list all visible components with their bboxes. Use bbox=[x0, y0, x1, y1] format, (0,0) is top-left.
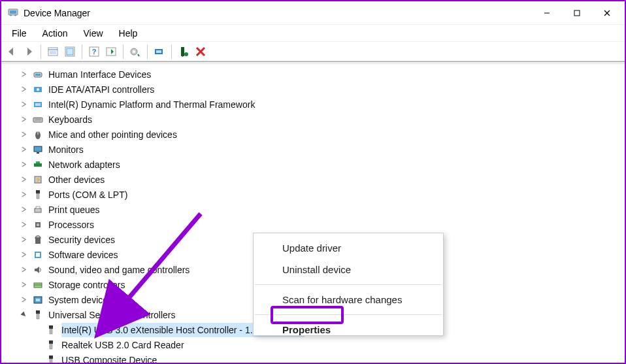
svg-rect-21 bbox=[182, 55, 183, 57]
svg-rect-54 bbox=[36, 299, 40, 301]
chevron-right-icon[interactable] bbox=[18, 190, 29, 200]
uninstall-button[interactable] bbox=[193, 44, 208, 59]
tree-item[interactable]: Intel(R) Dynamic Platform and Thermal Fr… bbox=[12, 97, 625, 112]
back-button[interactable] bbox=[4, 44, 20, 59]
tree-item[interactable]: Mice and other pointing devices bbox=[12, 127, 625, 142]
menu-action[interactable]: Action bbox=[36, 27, 74, 40]
tree-item-label: Keyboards bbox=[48, 112, 92, 127]
svg-rect-10 bbox=[50, 51, 56, 54]
menu-help[interactable]: Help bbox=[112, 27, 144, 40]
svg-point-1 bbox=[10, 14, 12, 16]
tree-item-label: Storage controllers bbox=[48, 278, 125, 292]
window-title: Device Manager bbox=[24, 8, 532, 18]
storage-icon bbox=[31, 278, 44, 291]
tree-item-label: Other devices bbox=[48, 173, 105, 187]
svg-rect-26 bbox=[35, 74, 41, 76]
action-button[interactable] bbox=[103, 44, 119, 59]
chevron-right-icon[interactable] bbox=[18, 159, 29, 170]
ctx-update-driver[interactable]: Update driver bbox=[254, 237, 443, 259]
tree-item-label: Universal Serial Bus controllers bbox=[48, 308, 176, 322]
mouse-icon bbox=[31, 128, 44, 141]
chevron-right-icon[interactable] bbox=[18, 220, 29, 230]
svg-rect-48 bbox=[35, 237, 41, 244]
tree-item[interactable]: ?Other devices bbox=[12, 172, 625, 187]
chevron-right-icon[interactable] bbox=[18, 205, 29, 215]
svg-rect-36 bbox=[34, 146, 42, 152]
tree-item[interactable]: Processors bbox=[12, 217, 625, 232]
scan-button[interactable] bbox=[152, 44, 167, 59]
svg-rect-19 bbox=[156, 50, 161, 53]
forward-button[interactable] bbox=[21, 44, 37, 59]
svg-rect-5 bbox=[574, 10, 580, 16]
update-driver-button[interactable] bbox=[127, 44, 143, 59]
network-icon bbox=[31, 158, 44, 171]
svg-rect-43 bbox=[37, 193, 39, 199]
toolbar-separator bbox=[123, 44, 124, 59]
chevron-right-icon[interactable] bbox=[18, 235, 29, 245]
add-legacy-button[interactable] bbox=[176, 44, 191, 59]
tree-item[interactable]: IDE ATA/ATAPI controllers bbox=[12, 82, 625, 97]
chevron-right-icon[interactable] bbox=[18, 250, 29, 260]
menu-file[interactable]: File bbox=[5, 27, 33, 40]
chevron-right-icon[interactable] bbox=[18, 99, 29, 110]
svg-text:?: ? bbox=[36, 177, 40, 184]
tree-item[interactable]: Network adapters bbox=[12, 157, 625, 172]
svg-point-17 bbox=[133, 50, 135, 53]
svg-rect-59 bbox=[49, 340, 53, 344]
svg-rect-56 bbox=[37, 314, 39, 319]
chevron-right-icon[interactable] bbox=[18, 129, 29, 140]
tree-item-label: Sound, video and game controllers bbox=[48, 263, 189, 277]
ctx-separator bbox=[255, 314, 442, 315]
toolbar-separator bbox=[82, 44, 82, 59]
menu-view[interactable]: View bbox=[76, 27, 109, 40]
svg-rect-58 bbox=[50, 329, 52, 334]
tree-item-label: Monitors bbox=[48, 142, 84, 157]
chevron-right-icon[interactable] bbox=[18, 144, 29, 155]
ctx-uninstall-device[interactable]: Uninstall device bbox=[254, 259, 443, 280]
tree-item[interactable]: Ports (COM & LPT) bbox=[12, 187, 625, 202]
toolbar-separator bbox=[41, 44, 41, 59]
ctx-scan-hardware[interactable]: Scan for hardware changes bbox=[254, 289, 443, 310]
ctx-separator bbox=[255, 284, 442, 285]
tree-item[interactable]: Monitors bbox=[12, 142, 625, 157]
chevron-right-icon[interactable] bbox=[18, 69, 29, 80]
help-button[interactable]: ? bbox=[86, 44, 102, 59]
tree-item-label: Ports (COM & LPT) bbox=[48, 188, 127, 202]
chevron-right-icon[interactable] bbox=[18, 84, 29, 95]
tree-item[interactable]: Human Interface Devices bbox=[12, 67, 625, 82]
show-hidden-button[interactable] bbox=[45, 44, 61, 59]
tree-item-label: Processors bbox=[48, 218, 94, 232]
svg-rect-30 bbox=[35, 103, 41, 106]
chevron-right-icon[interactable] bbox=[18, 265, 29, 275]
svg-rect-57 bbox=[49, 325, 53, 329]
chevron-right-icon[interactable] bbox=[18, 280, 29, 290]
tree-item[interactable]: Keyboards bbox=[12, 112, 625, 127]
tree-item[interactable]: Print queues bbox=[12, 202, 625, 217]
svg-rect-38 bbox=[34, 163, 42, 167]
chevron-down-icon[interactable] bbox=[18, 310, 29, 320]
chevron-right-icon[interactable] bbox=[18, 295, 29, 305]
svg-rect-39 bbox=[36, 161, 40, 163]
printer-icon bbox=[31, 203, 44, 216]
svg-point-22 bbox=[184, 52, 188, 56]
tree-item-label: Intel(R) Dynamic Platform and Thermal Fr… bbox=[48, 97, 255, 112]
svg-rect-45 bbox=[36, 207, 40, 208]
close-button[interactable] bbox=[592, 2, 622, 24]
tree-item-label: Software devices bbox=[48, 248, 118, 262]
ctx-properties[interactable]: Properties bbox=[254, 319, 443, 340]
chevron-right-icon[interactable] bbox=[18, 114, 29, 125]
properties-button[interactable] bbox=[62, 44, 78, 59]
maximize-button[interactable] bbox=[562, 2, 592, 24]
minimize-button[interactable] bbox=[532, 2, 562, 24]
svg-rect-20 bbox=[181, 47, 184, 56]
other-icon: ? bbox=[31, 173, 44, 186]
svg-rect-44 bbox=[35, 208, 41, 212]
tree-item-label: Network adapters bbox=[48, 157, 120, 172]
svg-point-2 bbox=[15, 14, 16, 16]
tree-item-label: System devices bbox=[48, 293, 112, 307]
titlebar: Device Manager bbox=[1, 1, 625, 25]
svg-rect-55 bbox=[36, 310, 40, 314]
toolbar-separator bbox=[171, 44, 172, 59]
chevron-right-icon[interactable] bbox=[18, 174, 29, 185]
tree-item-usb-child[interactable]: USB Composite Device bbox=[12, 352, 625, 364]
